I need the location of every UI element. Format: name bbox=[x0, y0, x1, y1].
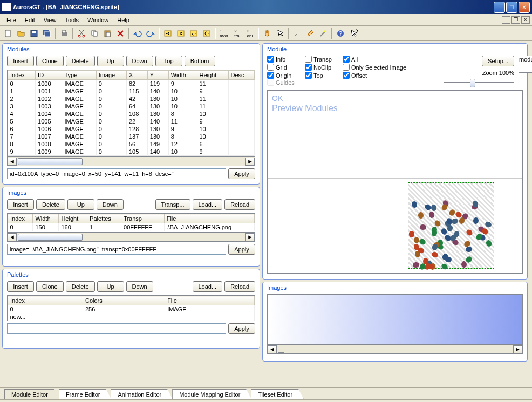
check-all[interactable]: All bbox=[343, 56, 435, 63]
menu-view[interactable]: View bbox=[39, 16, 61, 24]
menu-file[interactable]: File bbox=[2, 16, 21, 24]
table-row[interactable]: 71007IMAGE0137130810 bbox=[8, 133, 255, 140]
check-top[interactable]: Top bbox=[305, 72, 338, 79]
zoom-slider[interactable] bbox=[444, 77, 514, 88]
check-noclip[interactable]: NoClip bbox=[305, 64, 338, 71]
modules-clone[interactable]: Clone bbox=[36, 56, 64, 66]
rotate-icon[interactable] bbox=[188, 28, 200, 39]
images-edit[interactable] bbox=[7, 244, 226, 255]
pointer-icon[interactable] bbox=[274, 28, 286, 39]
images-up[interactable]: Up bbox=[67, 199, 94, 210]
table-row[interactable]: 91009IMAGE0105140109 bbox=[8, 148, 255, 155]
print-icon[interactable] bbox=[58, 28, 70, 39]
col-image[interactable]: Image bbox=[96, 71, 126, 80]
rotate2-icon[interactable] bbox=[201, 28, 213, 39]
check-origin[interactable]: Origin bbox=[267, 72, 301, 79]
images-hscroll[interactable]: ◄► bbox=[7, 233, 255, 242]
col-colors[interactable]: Colors bbox=[83, 296, 165, 305]
setup-button[interactable]: Setup... bbox=[482, 56, 514, 66]
check-transp[interactable]: Transp bbox=[305, 56, 338, 63]
flip-v-icon[interactable] bbox=[175, 28, 187, 39]
images-apply[interactable]: Apply bbox=[228, 244, 255, 255]
palettes-insert[interactable]: Insert bbox=[7, 281, 34, 292]
check-offset[interactable]: Offset bbox=[343, 72, 435, 79]
table-row[interactable]: 81008IMAGE056149126 bbox=[8, 140, 255, 148]
table-row[interactable]: 0150160100FFFFFF.\BA_JIANGCHENG.png bbox=[8, 223, 255, 231]
col-file[interactable]: File bbox=[164, 214, 254, 223]
col-height[interactable]: Height bbox=[197, 71, 228, 80]
menu-window[interactable]: Window bbox=[83, 16, 113, 24]
mod-icon[interactable]: 1mod bbox=[218, 28, 230, 39]
check-onlyselectedimage[interactable]: Only Selected Image bbox=[343, 64, 435, 71]
modules-hscroll[interactable]: ◄► bbox=[7, 157, 255, 166]
palettes-reload[interactable]: Reload bbox=[224, 281, 255, 292]
palettes-edit[interactable] bbox=[7, 323, 226, 334]
palettes-down[interactable]: Down bbox=[126, 281, 153, 292]
col-height[interactable]: Height bbox=[59, 214, 87, 223]
menu-tools[interactable]: Tools bbox=[60, 16, 83, 24]
modules-edit[interactable] bbox=[7, 168, 226, 179]
palettes-table[interactable]: IndexColorsFile 0256IMAGEnew... bbox=[8, 296, 255, 321]
table-row[interactable]: 41004IMAGE0108130810 bbox=[8, 110, 255, 118]
save-icon[interactable] bbox=[28, 28, 40, 39]
flip-h-icon[interactable] bbox=[162, 28, 174, 39]
tab-animation-editor[interactable]: Animation Editor bbox=[111, 389, 173, 399]
tab-tileset-editor[interactable]: Tileset Editor bbox=[251, 389, 304, 399]
col-x[interactable]: X bbox=[126, 71, 147, 80]
table-row[interactable]: 01000IMAGE082119911 bbox=[8, 80, 255, 88]
whatsthis-icon[interactable]: ? bbox=[347, 28, 359, 39]
line-icon[interactable] bbox=[291, 28, 303, 39]
palettes-clone[interactable]: Clone bbox=[36, 281, 64, 292]
col-index[interactable]: Index bbox=[8, 296, 83, 305]
palettes-delete[interactable]: Delete bbox=[66, 281, 95, 292]
undo-icon[interactable] bbox=[132, 28, 144, 39]
palettes-up[interactable]: Up bbox=[97, 281, 124, 292]
menu-help[interactable]: Help bbox=[113, 16, 134, 24]
tab-module-editor[interactable]: Module Editor bbox=[4, 389, 59, 399]
images-table[interactable]: IndexWidthHeightPalettesTranspFile 01501… bbox=[8, 214, 255, 231]
images-preview-hscroll[interactable]: ◄► bbox=[267, 345, 523, 354]
col-id[interactable]: ID bbox=[36, 71, 62, 80]
col-index[interactable]: Index bbox=[8, 71, 36, 80]
images-load[interactable]: Load... bbox=[193, 199, 223, 210]
modules-delete[interactable]: Delete bbox=[66, 56, 95, 66]
col-width[interactable]: Width bbox=[33, 214, 59, 223]
paste-icon[interactable] bbox=[101, 28, 113, 39]
maximize-button[interactable]: □ bbox=[506, 2, 517, 13]
table-row[interactable]: 21002IMAGE0421301011 bbox=[8, 95, 255, 103]
new-icon[interactable] bbox=[2, 28, 14, 39]
col-width[interactable]: Width bbox=[168, 71, 197, 80]
cut-icon[interactable] bbox=[76, 28, 87, 39]
close-button[interactable]: × bbox=[519, 2, 530, 13]
table-row[interactable]: new... bbox=[8, 313, 255, 321]
images-transp[interactable]: Transp... bbox=[155, 199, 190, 210]
images-insert[interactable]: Insert bbox=[7, 199, 34, 210]
modules-bottom[interactable]: Bottom bbox=[185, 56, 215, 66]
col-transp[interactable]: Transp bbox=[121, 214, 165, 223]
mdi-close[interactable]: × bbox=[521, 16, 530, 24]
col-desc[interactable]: Desc bbox=[228, 71, 254, 80]
col-index[interactable]: Index bbox=[8, 214, 33, 223]
open-icon[interactable] bbox=[15, 28, 27, 39]
modules-up[interactable]: Up bbox=[97, 56, 124, 66]
col-y[interactable]: Y bbox=[147, 71, 168, 80]
images-reload[interactable]: Reload bbox=[224, 199, 255, 210]
wand-icon[interactable] bbox=[317, 28, 329, 39]
pencil-icon[interactable] bbox=[304, 28, 316, 39]
col-type[interactable]: Type bbox=[62, 71, 96, 80]
images-delete[interactable]: Delete bbox=[36, 199, 65, 210]
fra-icon[interactable]: 2fra bbox=[231, 28, 243, 39]
table-row[interactable]: 11001IMAGE0115140109 bbox=[8, 87, 255, 95]
palettes-apply[interactable]: Apply bbox=[228, 323, 255, 334]
images-down[interactable]: Down bbox=[97, 199, 124, 210]
modules-apply[interactable]: Apply bbox=[228, 168, 255, 179]
table-row[interactable]: 0256IMAGE bbox=[8, 305, 255, 314]
delete-icon[interactable] bbox=[114, 28, 126, 39]
mdi-restore[interactable]: ❐ bbox=[511, 16, 520, 24]
palettes-load[interactable]: Load... bbox=[193, 281, 223, 292]
redo-icon[interactable] bbox=[145, 28, 156, 39]
mdi-minimize[interactable]: _ bbox=[502, 16, 510, 24]
modules-top[interactable]: Top bbox=[155, 56, 182, 66]
hand-icon[interactable] bbox=[261, 28, 273, 39]
menu-edit[interactable]: Edit bbox=[21, 16, 39, 24]
